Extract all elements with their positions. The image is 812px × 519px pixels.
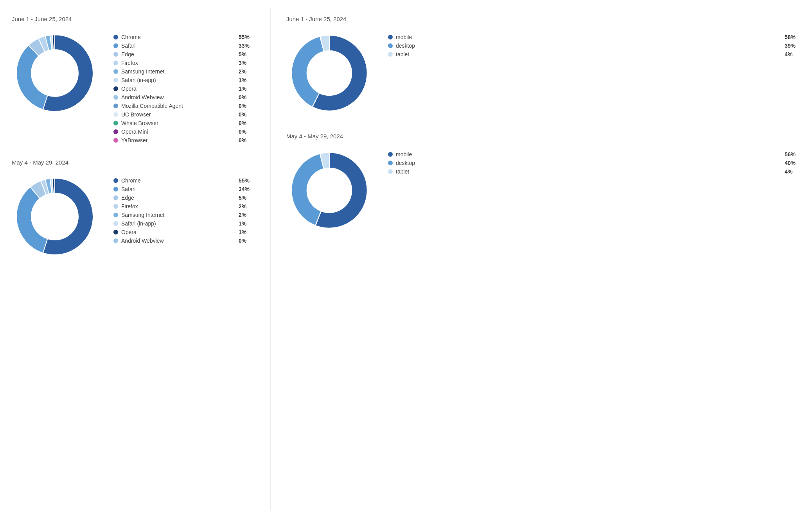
left-panel: June 1 - June 25, 2024 Chrome 55% Safari…: [0, 8, 266, 511]
legend-item: Edge 5%: [113, 51, 254, 57]
legend-name: Chrome: [121, 34, 235, 40]
legend-pct: 0%: [239, 103, 254, 109]
legend-item: mobile 58%: [388, 34, 800, 40]
legend-item: Opera 1%: [113, 229, 254, 235]
legend-item: tablet 4%: [388, 51, 800, 57]
legend-pct: 0%: [239, 120, 254, 126]
legend-dot: [113, 69, 118, 74]
legend-name: Samsung Internet: [121, 68, 235, 75]
legend-item: tablet 4%: [388, 168, 800, 175]
legend-name: tablet: [396, 51, 781, 57]
legend-pct: 4%: [785, 168, 800, 175]
legend-name: mobile: [396, 151, 781, 157]
legend-name: UC Browser: [121, 111, 235, 118]
legend-dot: [113, 129, 118, 134]
legend-pct: 0%: [239, 94, 254, 100]
legend-item: desktop 39%: [388, 43, 800, 49]
legend-item: Mozilla Compatible Agent 0%: [113, 103, 254, 109]
legend-item: Samsung Internet 2%: [113, 68, 254, 75]
legend-pct: 55%: [239, 177, 254, 184]
legend-pct: 2%: [239, 212, 254, 218]
legend-pct: 33%: [239, 43, 254, 49]
legend-name: Safari: [121, 43, 235, 49]
date-label: June 1 - June 25, 2024: [12, 16, 254, 22]
legend-item: Safari 33%: [113, 43, 254, 49]
legend-item: Edge 5%: [113, 195, 254, 201]
legend-item: mobile 56%: [388, 151, 800, 157]
legend-dot: [113, 52, 118, 57]
legend-pct: 1%: [239, 86, 254, 92]
legend-dot: [113, 104, 118, 108]
legend-name: Safari (in-app): [121, 220, 235, 227]
legend: Chrome 55% Safari 33% Edge 5% Firefox 3%…: [113, 30, 254, 143]
legend-pct: 2%: [239, 68, 254, 75]
legend: mobile 56% desktop 40% tablet 4%: [388, 147, 800, 175]
legend-dot: [388, 52, 393, 57]
legend-name: desktop: [396, 43, 781, 49]
legend-name: Chrome: [121, 177, 235, 184]
legend-item: Whale Browser 0%: [113, 120, 254, 126]
legend-dot: [388, 152, 393, 157]
legend-item: Android Webview 0%: [113, 238, 254, 244]
legend-pct: 1%: [239, 220, 254, 227]
legend-dot: [113, 221, 118, 226]
legend: Chrome 55% Safari 34% Edge 5% Firefox 2%…: [113, 174, 254, 244]
legend-name: Safari: [121, 186, 235, 192]
legend-dot: [113, 61, 118, 65]
legend-name: mobile: [396, 34, 781, 40]
legend-dot: [113, 178, 118, 183]
legend-name: desktop: [396, 160, 781, 166]
legend-item: Samsung Internet 2%: [113, 212, 254, 218]
legend-name: Opera Mini: [121, 129, 235, 135]
legend-pct: 0%: [239, 111, 254, 118]
legend-pct: 0%: [239, 137, 254, 143]
legend-item: Safari (in-app) 1%: [113, 77, 254, 83]
chart-section: June 1 - June 25, 2024 Chrome 55% Safari…: [12, 16, 254, 143]
legend: mobile 58% desktop 39% tablet 4%: [388, 30, 800, 57]
legend-dot: [113, 195, 118, 200]
legend-dot: [113, 213, 118, 217]
divider: [270, 8, 271, 511]
legend-dot: [113, 238, 118, 243]
legend-item: Safari 34%: [113, 186, 254, 192]
chart-row: mobile 58% desktop 39% tablet 4%: [286, 30, 800, 117]
legend-pct: 2%: [239, 203, 254, 209]
legend-pct: 4%: [785, 51, 800, 57]
legend-item: Chrome 55%: [113, 177, 254, 184]
legend-pct: 55%: [239, 34, 254, 40]
donut-chart: [12, 174, 98, 260]
legend-item: Android Webview 0%: [113, 94, 254, 100]
page: June 1 - June 25, 2024 Chrome 55% Safari…: [0, 0, 812, 519]
legend-item: desktop 40%: [388, 160, 800, 166]
legend-name: Mozilla Compatible Agent: [121, 103, 235, 109]
chart-row: Chrome 55% Safari 34% Edge 5% Firefox 2%…: [12, 174, 254, 261]
legend-name: Edge: [121, 195, 235, 201]
legend-pct: 5%: [239, 51, 254, 57]
legend-name: Firefox: [121, 60, 235, 66]
legend-pct: 3%: [239, 60, 254, 66]
legend-pct: 0%: [239, 129, 254, 135]
legend-name: Opera: [121, 229, 235, 235]
date-label: May 4 - May 29, 2024: [286, 133, 800, 140]
donut-chart: [286, 147, 372, 233]
legend-pct: 1%: [239, 229, 254, 235]
legend-dot: [113, 230, 118, 234]
legend-item: Safari (in-app) 1%: [113, 220, 254, 227]
donut-chart: [286, 30, 372, 116]
legend-dot: [113, 138, 118, 143]
legend-dot: [113, 43, 118, 48]
donut-container: [286, 30, 372, 117]
right-panel: June 1 - June 25, 2024 mobile 58% deskto…: [275, 8, 812, 511]
date-label: June 1 - June 25, 2024: [286, 16, 800, 22]
chart-row: Chrome 55% Safari 33% Edge 5% Firefox 3%…: [12, 30, 254, 143]
legend-item: Opera Mini 0%: [113, 129, 254, 135]
legend-item: Opera 1%: [113, 86, 254, 92]
legend-pct: 39%: [785, 43, 800, 49]
legend-name: Whale Browser: [121, 120, 235, 126]
legend-dot: [113, 86, 118, 91]
legend-name: Android Webview: [121, 94, 235, 100]
legend-item: Firefox 2%: [113, 203, 254, 209]
legend-name: tablet: [396, 168, 781, 175]
legend-pct: 5%: [239, 195, 254, 201]
legend-dot: [113, 121, 118, 125]
